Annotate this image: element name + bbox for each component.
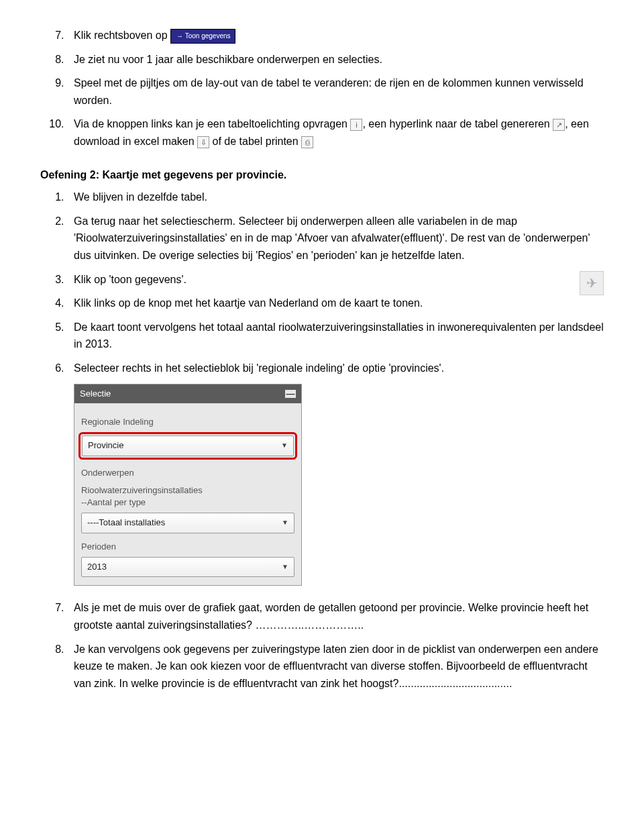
link-icon[interactable]: ↗ xyxy=(553,119,565,131)
toon-gegevens-button[interactable]: → Toon gegevens xyxy=(170,29,235,44)
item-text: of de tabel printen xyxy=(209,136,301,147)
selectie-panel: Selectie — Regionale Indeling Provincie … xyxy=(74,384,302,586)
panel-body: Regionale Indeling Provincie ▼ Onderwerp… xyxy=(74,403,301,585)
item-text: Als je met de muis over de grafiek gaat,… xyxy=(74,602,588,631)
info-icon[interactable]: i xyxy=(350,119,362,131)
button-label: → Toon gegevens xyxy=(176,32,230,40)
subject-line: --Aantal per type xyxy=(81,497,146,507)
item-text: De kaart toont vervolgens het totaal aan… xyxy=(74,321,604,350)
list-item: De kaart toont vervolgens het totaal aan… xyxy=(67,319,604,353)
item-text: Je ziet nu voor 1 jaar alle beschikbare … xyxy=(74,54,382,65)
list-item: Ga terug naar het selectiescherm. Select… xyxy=(67,213,604,264)
chevron-down-icon: ▼ xyxy=(282,517,288,528)
list-item: Via de knoppen links kan je een tabeltoe… xyxy=(67,115,604,150)
download-icon[interactable]: ⇩ xyxy=(197,136,209,148)
exercise-heading: Oefening 2: Kaartje met gegevens per pro… xyxy=(40,166,604,184)
list-item: Je kan vervolgens ook gegevens per zuive… xyxy=(67,641,604,692)
subject-line: Rioolwaterzuiveringsinstallaties xyxy=(81,485,203,495)
collapse-icon[interactable]: — xyxy=(285,390,296,398)
item-text: Via de knoppen links kan je een tabeltoe… xyxy=(74,118,350,130)
dropdown-value: 2013 xyxy=(87,560,107,574)
instruction-list-c: Als je met de muis over de grafiek gaat,… xyxy=(40,599,604,692)
item-text: Je kan vervolgens ook gegevens per zuive… xyxy=(74,643,598,689)
list-item: Klik links op de knop met het kaartje va… xyxy=(67,295,604,312)
panel-header: Selectie — xyxy=(74,384,301,404)
panel-title: Selectie xyxy=(80,387,111,401)
instruction-list-b: We blijven in dezelfde tabel. Ga terug n… xyxy=(40,189,604,376)
item-text: Klik op 'toon gegevens'. xyxy=(74,274,186,285)
item-text: , een hyperlink naar de tabel genereren xyxy=(362,118,553,130)
instruction-list-a: Klik rechtsboven op → Toon gegevens Je z… xyxy=(40,27,604,150)
list-item: Selecteer rechts in het selectieblok bij… xyxy=(67,360,604,377)
map-thumbnail-icon[interactable]: ✈ xyxy=(580,271,604,295)
list-item: ✈ Klik op 'toon gegevens'. xyxy=(67,271,604,289)
item-text: Ga terug naar het selectiescherm. Select… xyxy=(74,215,590,261)
chevron-down-icon: ▼ xyxy=(281,440,288,451)
dropdown-value: ----Totaal installaties xyxy=(87,516,165,530)
dropdown-value: Provincie xyxy=(88,439,123,453)
subject-text: Rioolwaterzuiveringsinstallaties --Aanta… xyxy=(81,484,294,509)
field-label: Onderwerpen xyxy=(81,466,294,480)
field-label: Perioden xyxy=(81,540,294,554)
item-text: Klik rechtsboven op xyxy=(74,30,170,41)
item-text: Selecteer rechts in het selectieblok bij… xyxy=(74,362,444,374)
list-item: Speel met de pijltjes om de lay-out van … xyxy=(67,74,604,109)
item-text: Klik links op de knop met het kaartje va… xyxy=(74,297,423,309)
item-text: We blijven in dezelfde tabel. xyxy=(74,191,207,203)
onderwerpen-dropdown[interactable]: ----Totaal installaties ▼ xyxy=(81,513,294,533)
list-item: Je ziet nu voor 1 jaar alle beschikbare … xyxy=(67,51,604,68)
field-label: Regionale Indeling xyxy=(81,415,294,429)
list-item: Klik rechtsboven op → Toon gegevens xyxy=(67,27,604,44)
highlight-box: Provincie ▼ xyxy=(78,432,297,460)
provincie-dropdown[interactable]: Provincie ▼ xyxy=(82,435,294,456)
chevron-down-icon: ▼ xyxy=(282,562,288,572)
list-item: We blijven in dezelfde tabel. xyxy=(67,189,604,206)
item-text: Speel met de pijltjes om de lay-out van … xyxy=(74,77,584,106)
list-item: Als je met de muis over de grafiek gaat,… xyxy=(67,599,604,633)
perioden-dropdown[interactable]: 2013 ▼ xyxy=(81,557,294,578)
print-icon[interactable]: ⎙ xyxy=(301,136,313,148)
